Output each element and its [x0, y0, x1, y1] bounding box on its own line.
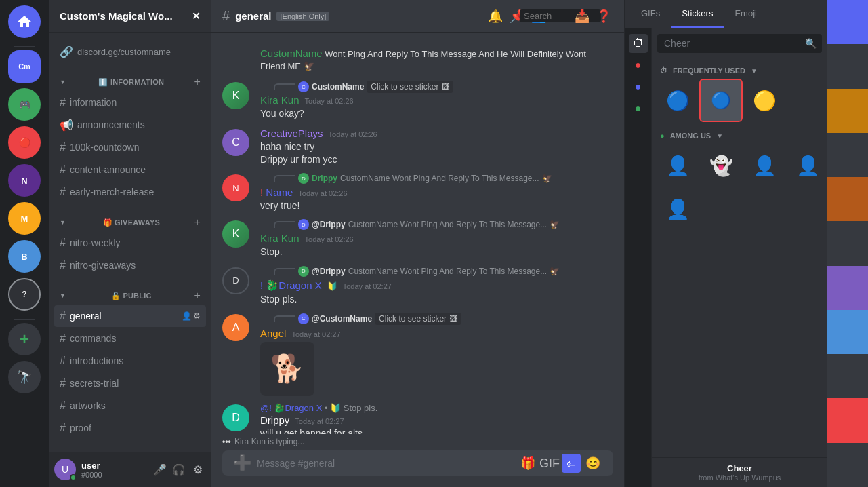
recent-icon-button[interactable]: ⏱ [629, 34, 648, 53]
blue-icon-button[interactable]: ● [629, 77, 648, 96]
channel-commands[interactable]: # commands [54, 328, 206, 349]
avatar-name[interactable]: N [222, 174, 249, 201]
author-customname[interactable]: CustomName [260, 47, 323, 59]
green-icon-button[interactable]: ● [629, 99, 648, 118]
channel-100k[interactable]: # 100k-countdown [54, 136, 206, 158]
settings-button[interactable]: ⚙ [190, 461, 206, 478]
add-channel-information[interactable]: + [194, 76, 201, 88]
channel-early-merch[interactable]: # early-merch-release [54, 181, 206, 203]
channel-introductions[interactable]: # introductions [54, 350, 206, 372]
channel-information[interactable]: # information [54, 92, 206, 113]
sticker-search-input[interactable] [657, 34, 822, 53]
hash-icon: # [60, 310, 66, 322]
timestamp-4: Today at 02:26 [305, 235, 354, 244]
tab-stickers[interactable]: Stickers [671, 0, 724, 28]
current-user-avatar[interactable]: U [54, 459, 76, 480]
server-icon-2[interactable]: 🎮 [8, 88, 41, 121]
user-area: U user #0000 🎤 🎧 ⚙ [49, 452, 211, 487]
sticker-green-crewmate[interactable]: 👤 [744, 145, 785, 186]
bell-button[interactable]: 🔔 [486, 7, 505, 26]
sticker-item-1[interactable]: 🔵 [657, 80, 698, 121]
category-giveaways: ▼ 🎁 GIVEAWAYS + # nitro-weekly # nitro-g… [49, 214, 211, 276]
tab-emoji[interactable]: Emoji [724, 0, 768, 28]
sticker-ref-2[interactable]: Click to see sticker 🖼 [375, 313, 461, 325]
channel-secrets-trial[interactable]: # secrets-trial [54, 372, 206, 394]
channel-artworks[interactable]: # artworks [54, 395, 206, 416]
sticker-display[interactable]: 🐕 [260, 342, 314, 396]
among-us-icon: ● [660, 132, 665, 140]
add-channel-giveaways[interactable]: + [194, 216, 201, 229]
add-file-button[interactable]: ➕ [233, 454, 251, 472]
hash-icon: # [60, 237, 66, 249]
channel-nitro-giveaways[interactable]: # nitro-giveaways [54, 254, 206, 276]
sticker-pink-crewmate[interactable]: 👤 [787, 145, 827, 186]
channel-announcements[interactable]: 📢 announcements [54, 114, 206, 136]
channel-proof[interactable]: # proof [54, 417, 206, 439]
author-drippy-1[interactable]: Drippy [260, 414, 289, 426]
section-frequently-used[interactable]: ⏱ FREQUENTLY USED ▼ [657, 64, 822, 77]
server-icon-6[interactable]: B [8, 240, 41, 273]
tab-gifs[interactable]: GIFs [630, 0, 671, 28]
section-label-frequent: FREQUENTLY USED [673, 66, 745, 75]
search-button[interactable] [551, 7, 570, 26]
author-name[interactable]: ! Name [260, 187, 293, 198]
avatar-kirakun-1[interactable]: K [222, 82, 249, 109]
inbox-button[interactable]: 📥 [573, 7, 592, 26]
message-content-2: CreativePlays Today at 02:26 haha nice t… [260, 128, 613, 167]
author-kirakun-1[interactable]: Kira Kun [260, 94, 299, 106]
server-icon-1[interactable]: Cm [8, 50, 41, 83]
server-icon-5[interactable]: M [8, 202, 41, 235]
invite-text: discord.gg/customname [77, 47, 171, 57]
avatar-creativeplays[interactable]: C [222, 129, 249, 156]
channel-sidebar: Custom's Magical Wo... ✕ 🔗 discord.gg/cu… [49, 0, 211, 487]
sticker-white-crewmate[interactable]: 👤 [657, 189, 698, 229]
category-header-public[interactable]: ▼ 🔓 PUBLIC + [54, 287, 206, 305]
sticker-item-2[interactable]: 🔵 [701, 80, 741, 121]
avatar-kirakun-2[interactable]: K [222, 220, 249, 248]
server-header[interactable]: Custom's Magical Wo... ✕ [49, 0, 211, 33]
author-creativeplays[interactable]: CreativePlays [260, 128, 323, 139]
invite-link[interactable]: 🔗 discord.gg/customname [54, 41, 206, 62]
category-header-giveaways[interactable]: ▼ 🎁 GIVEAWAYS + [54, 214, 206, 231]
channel-nitro-weekly[interactable]: # nitro-weekly [54, 232, 206, 254]
home-button[interactable] [8, 5, 41, 38]
channel-content-announce[interactable]: # content-announce [54, 159, 206, 180]
author-dragonx-1[interactable]: ! 🐉Dragon X [260, 279, 322, 292]
server-icon-4[interactable]: N [8, 164, 41, 197]
server-icon-3[interactable]: 🔴 [8, 126, 41, 159]
category-public: ▼ 🔓 PUBLIC + # general 👤 ⚙ # commands # … [49, 287, 211, 439]
text-4: Stop. [260, 246, 613, 258]
section-among-us[interactable]: ● AMONG US ▼ [657, 129, 822, 142]
gift-button[interactable]: 🎁 [518, 454, 537, 473]
add-channel-public[interactable]: + [194, 290, 201, 302]
channel-general[interactable]: # general 👤 ⚙ [54, 305, 206, 327]
author-kirakun-2[interactable]: Kira Kun [260, 233, 299, 244]
sticker-red-ghost[interactable]: 👻 [701, 145, 741, 186]
message-input[interactable] [257, 450, 513, 476]
category-header-information[interactable]: ▼ ℹ️ INFORMATION + [54, 73, 206, 91]
sticker-item-3[interactable]: 🟡 [744, 80, 785, 121]
messages-area[interactable]: CustomName Wont Ping And Reply To This M… [211, 33, 624, 434]
sticker-red-crewmate[interactable]: 👤 [657, 145, 698, 186]
deafen-button[interactable]: 🎧 [171, 461, 187, 478]
sticker-placeholder-1 [787, 80, 827, 121]
among-us-sticker-grid: 👤 👻 👤 👤 👤 [657, 142, 822, 232]
avatar-dragonx-1[interactable]: D [222, 267, 249, 294]
help-button[interactable]: ❓ [594, 7, 613, 26]
add-server-button[interactable]: + [8, 323, 41, 355]
avatar-drippy-1[interactable]: D [222, 404, 249, 431]
red-icon-button[interactable]: ● [629, 56, 648, 75]
emoji-button[interactable]: 😊 [583, 454, 602, 473]
discover-button[interactable]: 🔭 [8, 361, 41, 393]
section-label-among-us: AMONG US [670, 132, 711, 140]
avatar-angel[interactable]: A [222, 314, 249, 341]
status-indicator [70, 474, 77, 481]
author-angel[interactable]: Angel [260, 328, 286, 339]
mute-button[interactable]: 🎤 [152, 461, 168, 478]
current-user-tag: #0000 [81, 471, 146, 479]
sticker-ref-1[interactable]: Click to see sticker 🖼 [367, 81, 453, 93]
gif-button[interactable]: GIF [540, 454, 559, 473]
sticker-panel-tabs: GIFs Stickers Emoji [625, 0, 827, 28]
sticker-button[interactable]: 🏷 [562, 454, 581, 473]
server-icon-7[interactable]: ? [8, 278, 41, 311]
